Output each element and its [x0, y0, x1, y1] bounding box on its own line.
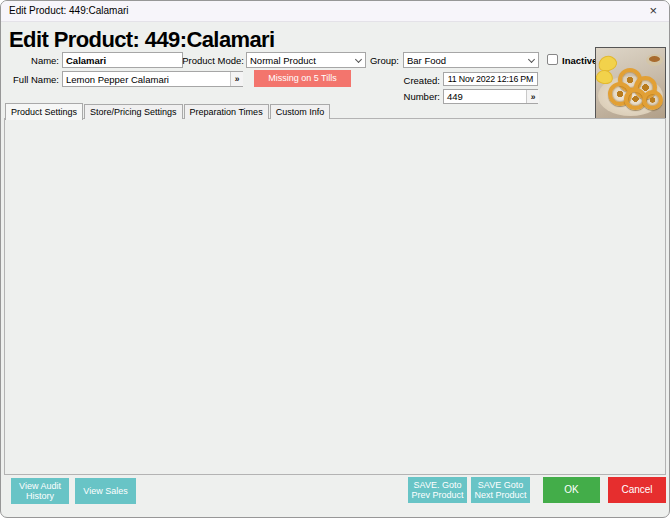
group-select[interactable]: Bar Food — [403, 52, 539, 68]
view-audit-history-button[interactable]: View Audit History — [11, 478, 69, 504]
view-sales-button[interactable]: View Sales — [75, 478, 136, 504]
cancel-button[interactable]: Cancel — [608, 477, 666, 503]
edit-product-dialog: Edit Product: 449:Calamari × Edit Produc… — [0, 0, 670, 518]
full-name-expander-icon[interactable]: » — [230, 72, 243, 86]
save-goto-prev-product-button[interactable]: SAVE. Goto Prev Product — [408, 477, 467, 503]
tab-bar: Product Settings Store/Pricing Settings … — [5, 102, 331, 119]
inactive-checkbox[interactable] — [547, 54, 558, 65]
full-name-input[interactable]: Lemon Pepper Calamari — [62, 71, 243, 87]
title-bar: Edit Product: 449:Calamari × — [1, 1, 669, 22]
dip-bowl-graphic — [646, 54, 663, 66]
inactive-label: Inactive — [562, 55, 597, 66]
tab-custom-info[interactable]: Custom Info — [270, 104, 331, 119]
number-expander-icon[interactable]: » — [526, 90, 539, 103]
created-value: 11 Nov 2022 12:16 PM — [443, 72, 538, 86]
window-title: Edit Product: 449:Calamari — [9, 5, 129, 16]
product-mode-label: Product Mode: — [161, 55, 244, 66]
name-label: Name: — [9, 55, 59, 66]
created-label: Created: — [401, 75, 440, 86]
ok-button[interactable]: OK — [543, 477, 600, 503]
product-mode-select[interactable]: Normal Product — [246, 52, 366, 68]
number-label: Number: — [401, 91, 440, 102]
product-image — [595, 47, 666, 119]
tab-product-settings[interactable]: Product Settings — [5, 103, 83, 120]
close-icon[interactable]: × — [649, 3, 657, 18]
full-name-label: Full Name: — [9, 74, 59, 85]
product-settings-panel — [4, 118, 666, 475]
number-input[interactable]: 449 — [443, 89, 538, 104]
save-goto-next-product-button[interactable]: SAVE Goto Next Product — [471, 477, 530, 503]
missing-tills-button[interactable]: Missing on 5 Tills — [254, 70, 351, 87]
group-label: Group: — [359, 55, 399, 66]
calamari-ring-graphic — [642, 90, 663, 110]
page-title: Edit Product: 449:Calamari — [9, 27, 275, 53]
tab-preparation-times[interactable]: Preparation Times — [184, 104, 269, 119]
tab-store-pricing-settings[interactable]: Store/Pricing Settings — [84, 104, 183, 119]
